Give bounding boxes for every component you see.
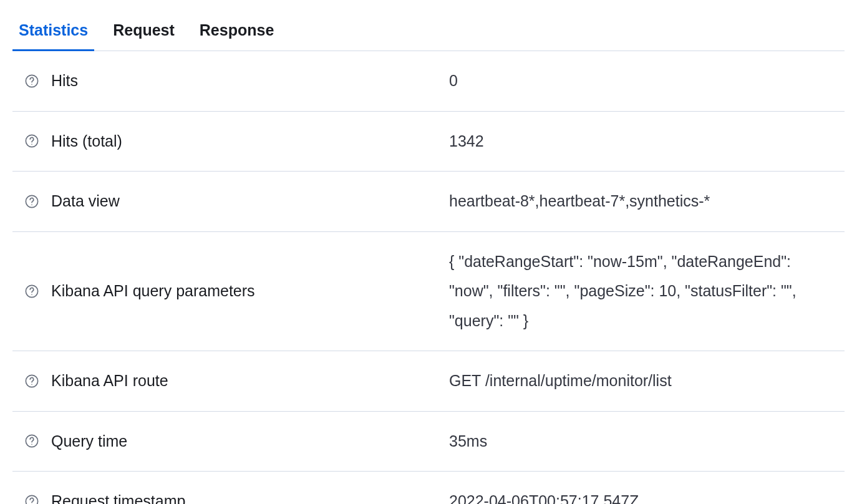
tab-request[interactable]: Request: [113, 12, 175, 51]
stat-row-hits-total: Hits (total) 1342: [12, 112, 845, 172]
stat-row-api-route: Kibana API route GET /internal/uptime/mo…: [12, 351, 845, 412]
inspector-panel: Statistics Request Response Hits 0: [12, 12, 845, 504]
svg-point-3: [31, 144, 32, 145]
help-icon[interactable]: [25, 195, 39, 208]
help-icon[interactable]: [25, 134, 39, 148]
stat-label-wrap: Request timestamp: [25, 492, 437, 504]
stat-label: Kibana API query parameters: [51, 282, 255, 300]
stat-row-query-time: Query time 35ms: [12, 412, 845, 472]
stat-value: GET /internal/uptime/monitor/list: [449, 366, 832, 396]
stat-label: Data view: [51, 192, 120, 210]
stat-row-hits: Hits 0: [12, 51, 845, 112]
stat-label-wrap: Data view: [25, 192, 437, 210]
stat-label-wrap: Kibana API route: [25, 372, 437, 390]
stat-label: Kibana API route: [51, 372, 168, 390]
stat-row-data-view: Data view heartbeat-8*,heartbeat-7*,synt…: [12, 172, 845, 232]
stat-label: Query time: [51, 432, 127, 450]
tab-bar: Statistics Request Response: [12, 12, 845, 51]
stat-label-wrap: Query time: [25, 432, 437, 450]
help-icon[interactable]: [25, 284, 39, 298]
stat-row-api-query-params: Kibana API query parameters { "dateRange…: [12, 232, 845, 352]
stat-value: 2022-04-06T00:57:17.547Z: [449, 487, 832, 504]
svg-point-7: [31, 294, 32, 295]
help-icon[interactable]: [25, 495, 39, 504]
tab-response[interactable]: Response: [200, 12, 274, 51]
help-icon[interactable]: [25, 374, 39, 388]
help-icon[interactable]: [25, 74, 39, 88]
svg-point-5: [31, 204, 32, 205]
stat-label: Request timestamp: [51, 492, 185, 504]
svg-point-1: [31, 84, 32, 85]
stat-value: 35ms: [449, 427, 832, 457]
stat-value: heartbeat-8*,heartbeat-7*,synthetics-*: [449, 187, 832, 216]
stat-value: 1342: [449, 127, 832, 157]
stat-label: Hits: [51, 72, 78, 90]
tab-statistics[interactable]: Statistics: [19, 12, 88, 51]
statistics-table: Hits 0 Hits (total) 1342: [12, 51, 845, 504]
stat-label-wrap: Hits: [25, 72, 437, 90]
help-icon[interactable]: [25, 434, 39, 448]
stat-label-wrap: Kibana API query parameters: [25, 282, 437, 300]
stat-label: Hits (total): [51, 132, 122, 150]
stat-value: { "dateRangeStart": "now-15m", "dateRang…: [449, 247, 832, 336]
stat-label-wrap: Hits (total): [25, 132, 437, 150]
svg-point-11: [31, 444, 32, 445]
svg-point-9: [31, 384, 32, 385]
stat-row-request-timestamp: Request timestamp 2022-04-06T00:57:17.54…: [12, 472, 845, 504]
stat-value: 0: [449, 66, 832, 96]
